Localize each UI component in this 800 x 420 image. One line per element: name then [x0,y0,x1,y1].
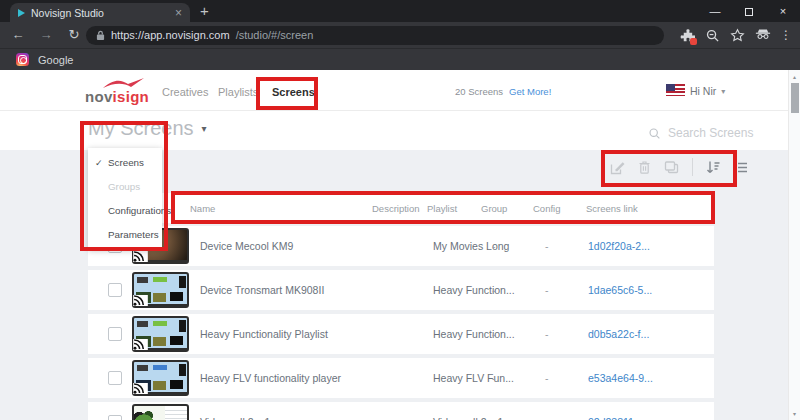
instagram-bookmark-icon [16,53,29,66]
cast-icon [133,383,148,394]
tab-close-icon[interactable]: × [175,7,182,19]
screen-link[interactable]: d0b5a22c-f... [588,328,649,340]
bookmark-star-icon[interactable] [730,28,745,43]
col-description[interactable]: Description [372,203,420,214]
screen-thumbnail[interactable] [132,316,189,352]
screen-playlist[interactable]: Videowall 2 x 1... [433,416,512,420]
screen-playlist[interactable]: Heavy FLV Fun... [433,372,514,384]
scrollbar-up-icon[interactable]: ▴ [789,73,800,80]
screen-name[interactable]: Device Mecool KM9 [200,240,293,252]
screen-group: - [492,284,496,296]
nav-playlists[interactable]: Playlists [218,86,258,98]
dropdown-label: Groups [108,181,140,192]
dropdown-label: Configurations [108,205,171,216]
nav-divider [0,110,788,111]
dropdown-item-groups[interactable]: Groups [88,175,162,199]
screen-config: - [545,240,549,252]
screens-type-dropdown: ✓ Screens Groups Configurations Paramete… [88,148,162,250]
screens-count-label: 20 Screens [455,86,503,97]
reload-button[interactable]: ↻ [64,22,84,48]
screen-link[interactable]: 1d02f20a-2... [588,240,650,252]
bookmark-google[interactable]: Google [38,54,73,66]
duplicate-icon[interactable] [663,159,680,176]
col-screens-link[interactable]: Screens link [586,203,638,214]
edit-icon[interactable] [609,159,626,176]
title-chevron-down-icon: ▾ [202,123,207,134]
novisign-app: novisign Creatives Playlists Screens 20 … [0,70,800,420]
col-config[interactable]: Config [533,203,560,214]
get-more-link[interactable]: Get More! [509,86,551,97]
screen-thumbnail[interactable] [132,272,189,308]
screen-link[interactable]: 02d23811-... [588,416,646,420]
search-box [648,126,780,140]
window-minimize-button[interactable]: — [698,0,732,22]
screen-name[interactable]: Heavy Functionality Playlist [200,328,328,340]
browser-titlebar: Novisign Studio × + — × [0,0,800,22]
table-body: Device Mecool KM9 My Movies Long - - 1d0… [88,226,714,420]
col-playlist[interactable]: Playlist [427,203,457,214]
address-bar[interactable]: https://app.novisign.com/studio/#/screen [86,26,664,45]
screenshot-root: Novisign Studio × + — × ← → ↻ https://ap… [0,0,800,420]
row-checkbox[interactable] [108,283,122,297]
delete-icon[interactable] [636,159,653,176]
screen-config: - [545,372,549,384]
tab-title: Novisign Studio [31,7,169,19]
col-group[interactable]: Group [481,203,507,214]
cast-icon [133,251,148,262]
screen-link[interactable]: 1dae65c6-5... [588,284,652,296]
toolbar-icons: ⋮ [680,22,792,48]
scrollbar-down-icon[interactable]: ▾ [789,410,800,417]
window-maximize-button[interactable] [732,0,766,22]
window-controls: — × [698,0,800,22]
screen-name[interactable]: Videowall 2 x 1 screen [200,416,305,420]
browser-menu-dots-icon[interactable]: ⋮ [780,29,792,41]
table-row: Videowall 2 x 1 screen Videowall 2 x 1..… [88,402,714,420]
user-greeting: Hi Nir [690,85,716,97]
screen-thumbnail[interactable] [132,404,189,420]
col-name[interactable]: Name [190,203,215,214]
dropdown-item-screens[interactable]: ✓ Screens [88,151,162,175]
screen-thumbnail[interactable] [132,360,189,396]
screen-name[interactable]: Heavy FLV functionality player [200,372,341,384]
screen-playlist[interactable]: Heavy Function... [433,284,515,296]
forward-button[interactable]: → [36,22,56,48]
bookmarks-bar: Google [0,48,800,70]
screen-group: - [492,416,496,420]
incognito-profile-icon[interactable] [755,28,770,43]
row-checkbox[interactable] [108,327,122,341]
search-input[interactable] [668,126,780,140]
browser-tab[interactable]: Novisign Studio × [10,3,190,22]
browser-toolbar: ← → ↻ https://app.novisign.com/studio/#/… [0,22,800,48]
url-path: /studio/#/screen [236,29,314,41]
new-tab-button[interactable]: + [200,2,209,19]
us-flag-icon [666,84,685,96]
nav-creatives[interactable]: Creatives [162,86,208,98]
screen-group: - [492,372,496,384]
screen-config: - [545,328,549,340]
table-header: Name Description Playlist Group Config S… [88,193,714,223]
nav-screens[interactable]: Screens [272,86,315,98]
search-icon [648,127,661,140]
window-close-button[interactable]: × [766,0,800,22]
list-view-icon[interactable] [732,159,749,176]
dropdown-label: Screens [108,157,144,168]
table-row: Heavy FLV functionality player Heavy FLV… [88,358,714,398]
page-scrollbar[interactable]: ▴ ▾ [788,70,800,420]
dropdown-item-configurations[interactable]: Configurations [88,199,162,223]
screen-playlist[interactable]: My Movies Long [433,240,509,252]
sort-icon[interactable] [705,159,722,176]
screen-link[interactable]: e53a4e64-9... [588,372,653,384]
scrollbar-thumb[interactable] [791,83,799,113]
screens-count: 20 Screens Get More! [455,86,551,97]
row-checkbox[interactable] [108,371,122,385]
novisign-logo[interactable]: novisign [85,78,165,106]
back-button[interactable]: ← [8,22,28,48]
zoom-out-icon[interactable] [705,28,720,43]
row-checkbox[interactable] [108,415,122,420]
extension-puzzle-icon[interactable] [680,28,695,43]
screen-name[interactable]: Device Tronsmart MK908II [200,284,324,296]
screen-playlist[interactable]: Heavy Function... [433,328,515,340]
dropdown-item-parameters[interactable]: Parameters [88,223,162,247]
page-title[interactable]: My Screens ▾ [88,117,207,140]
user-menu[interactable]: Hi Nir ▾ [690,85,725,97]
